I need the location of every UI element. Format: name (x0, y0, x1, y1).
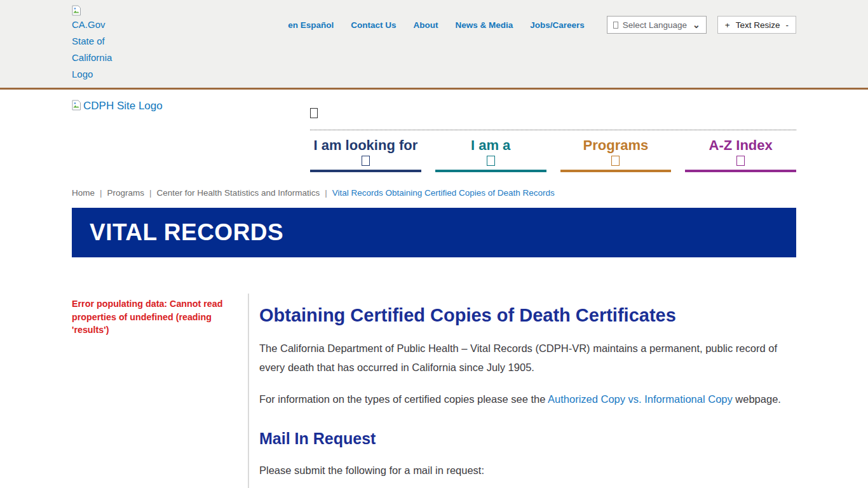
chevron-down-icon (736, 156, 745, 166)
nav-link-about[interactable]: About (413, 20, 438, 30)
broken-image-icon (72, 100, 81, 111)
mail-in-request-heading: Mail In Request (259, 430, 796, 448)
cagov-logo-alt-text: CA.Gov State of California Logo (72, 19, 112, 79)
breadcrumb-separator: | (95, 188, 107, 198)
breadcrumb-item-home[interactable]: Home (72, 188, 95, 198)
nav-link-news-media[interactable]: News & Media (455, 20, 513, 30)
tab-i-am-a[interactable]: I am a (435, 130, 546, 172)
page-banner: VITAL RECORDS (72, 208, 796, 257)
breadcrumb: Home|Programs|Center for Health Statisti… (72, 182, 796, 203)
language-select-label: Select Language (623, 20, 687, 30)
utility-bar: CA.Gov State of California Logo en Españ… (0, 0, 868, 90)
main-content: Obtaining Certified Copies of Death Cert… (248, 294, 796, 488)
left-sidebar: Error populating data: Cannot read prope… (72, 294, 248, 488)
nav-link-en-espanol[interactable]: en Español (288, 20, 334, 30)
chevron-down-icon (362, 156, 370, 166)
broken-image-icon (72, 5, 81, 17)
site-header: CDPH Site Logo I am looking for I am a P… (0, 90, 868, 182)
chevron-down-icon: ⌄ (693, 20, 700, 30)
language-select-dropdown[interactable]: Select Language ⌄ (607, 16, 707, 34)
tab-label: I am a (435, 137, 546, 154)
cdph-logo-alt-text: CDPH Site Logo (83, 100, 163, 112)
banner-title: VITAL RECORDS (90, 219, 283, 246)
text-resize-decrease-button[interactable]: - (786, 20, 789, 30)
info-paragraph-text: webpage. (733, 393, 781, 405)
utility-nav: en Español Contact Us About News & Media… (288, 20, 585, 30)
breadcrumb-separator: | (144, 188, 157, 198)
search-icon[interactable] (310, 108, 318, 118)
info-paragraph-text: For information on the types of certifie… (259, 393, 548, 405)
info-paragraph: For information on the types of certifie… (259, 390, 796, 409)
breadcrumb-separator: | (320, 188, 332, 198)
breadcrumb-item-programs[interactable]: Programs (107, 188, 145, 198)
tab-label: A-Z Index (685, 137, 796, 154)
sidebar-error-message: Error populating data: Cannot read prope… (72, 297, 231, 337)
text-resize-label: Text Resize (736, 20, 780, 30)
breadcrumb-item-chsi[interactable]: Center for Health Statistics and Informa… (157, 188, 320, 198)
mail-in-instructions: Please submit the following for a mail i… (259, 461, 796, 480)
text-resize-increase-button[interactable]: + (725, 20, 730, 30)
nav-link-contact-us[interactable]: Contact Us (351, 20, 396, 30)
intro-paragraph: The California Department of Public Heal… (259, 339, 796, 377)
chevron-down-icon (611, 156, 620, 166)
page-title: Obtaining Certified Copies of Death Cert… (259, 305, 796, 326)
chevron-down-icon (487, 156, 495, 166)
cagov-logo-link[interactable]: CA.Gov State of California Logo (72, 5, 116, 83)
authorized-copy-link[interactable]: Authorized Copy vs. Informational Copy (548, 393, 733, 405)
breadcrumb-item-current[interactable]: Vital Records Obtaining Certified Copies… (332, 188, 555, 198)
tab-a-z-index[interactable]: A-Z Index (685, 130, 796, 172)
tab-i-am-looking-for[interactable]: I am looking for (310, 130, 421, 172)
text-resize-control: + Text Resize - (717, 16, 796, 34)
content-area: Error populating data: Cannot read prope… (72, 294, 796, 488)
nav-link-jobs-careers[interactable]: Jobs/Careers (530, 20, 585, 30)
tab-label: I am looking for (310, 137, 421, 154)
tab-label: Programs (560, 137, 672, 154)
language-icon (613, 22, 618, 29)
main-nav-tabs: I am looking for I am a Programs A-Z Ind… (310, 130, 796, 172)
tab-programs[interactable]: Programs (560, 130, 672, 172)
header-nav-area: I am looking for I am a Programs A-Z Ind… (310, 98, 796, 172)
cdph-logo-link[interactable]: CDPH Site Logo (72, 100, 163, 114)
